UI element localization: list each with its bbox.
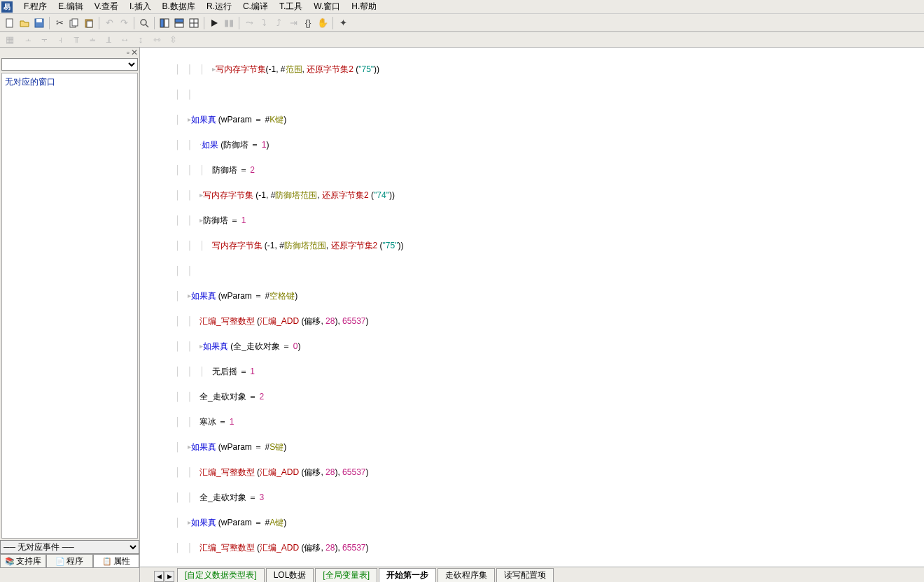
dist-v-icon[interactable]: ↕ (134, 33, 148, 47)
tab-scroll-left-icon[interactable]: ◀ (154, 571, 164, 582)
svg-rect-2 (36, 19, 42, 22)
toolbar-main: ✂ ↶ ↷ ▮▮ ⤳ ⤵ ⤴ ⇥ {} ✋ ✦ (0, 14, 924, 32)
same-h-icon[interactable]: ⇳ (166, 33, 180, 47)
close-panel-icon[interactable]: ✕ (131, 48, 138, 57)
menu-database[interactable]: B.数据库 (157, 0, 201, 14)
svg-rect-9 (160, 19, 164, 27)
find-icon[interactable] (137, 16, 151, 30)
align-top-icon[interactable]: ⫪ (69, 33, 83, 47)
svg-rect-11 (175, 19, 183, 22)
svg-rect-0 (6, 19, 13, 27)
no-match-label: 无对应的窗口 (5, 77, 55, 87)
run-icon[interactable] (207, 16, 221, 30)
tab-support[interactable]: 📚 支持库 (0, 554, 46, 568)
main-area: ▫ ✕ 无对应的窗口 ── 无对应事件 ── 📚 支持库 📄 程序 📋 属性 │… (0, 48, 924, 582)
layout3-icon[interactable] (187, 16, 201, 30)
window-tree[interactable]: 无对应的窗口 (1, 73, 138, 539)
btab-kite[interactable]: 走砍程序集 (438, 568, 495, 582)
step-into-icon[interactable]: ⤵ (257, 16, 271, 30)
menu-view[interactable]: V.查看 (89, 0, 124, 14)
copy-icon[interactable] (67, 16, 81, 30)
svg-point-7 (141, 20, 146, 25)
menubar: F.程序 E.编辑 V.查看 I.插入 B.数据库 R.运行 C.编译 T.工具… (0, 0, 924, 14)
btab-lol[interactable]: LOL数据 (266, 568, 314, 582)
menu-help[interactable]: H.帮助 (346, 0, 382, 14)
pin-icon[interactable]: ▫ (127, 48, 130, 57)
app-logo: 易 (1, 1, 13, 13)
paste-icon[interactable] (82, 16, 96, 30)
window-combo[interactable] (1, 58, 138, 71)
menu-program[interactable]: F.程序 (18, 0, 52, 14)
svg-line-8 (146, 24, 148, 27)
btab-config[interactable]: 读写配置项 (496, 568, 554, 582)
bottom-tabs: ◀ ▶ [自定义数据类型表] LOL数据 [全局变量表] 开始第一步 走砍程序集… (140, 567, 924, 582)
btab-globals[interactable]: [全局变量表] (315, 568, 377, 582)
menu-insert[interactable]: I.插入 (124, 0, 157, 14)
redo-icon[interactable]: ↷ (117, 16, 131, 30)
hand-icon[interactable]: ✋ (316, 16, 330, 30)
layout1-icon[interactable] (158, 16, 172, 30)
align-right-icon[interactable]: ⫞ (53, 33, 67, 47)
tab-program[interactable]: 📄 程序 (46, 554, 92, 568)
menu-run[interactable]: R.运行 (201, 0, 237, 14)
grid-icon[interactable]: ▦ (3, 33, 17, 47)
menu-tools[interactable]: T.工具 (274, 0, 308, 14)
undo-icon[interactable]: ↶ (102, 16, 116, 30)
layout2-icon[interactable] (172, 16, 186, 30)
sidebar: ▫ ✕ 无对应的窗口 ── 无对应事件 ── 📚 支持库 📄 程序 📋 属性 (0, 48, 140, 582)
event-combo[interactable]: ── 无对应事件 ── (0, 540, 139, 554)
sparkle-icon[interactable]: ✦ (336, 16, 350, 30)
svg-rect-10 (164, 19, 169, 27)
pause-icon[interactable]: ▮▮ (222, 16, 236, 30)
align-bot-icon[interactable]: ⫫ (102, 33, 115, 47)
code-editor[interactable]: │ │ │ ▸ 写内存字节集(-1, #范围, 还原字节集2 ("75")) │… (140, 48, 924, 567)
save-icon[interactable] (32, 16, 46, 30)
align-center-icon[interactable]: ⫟ (37, 33, 51, 47)
sidebar-header: ▫ ✕ (0, 48, 139, 57)
svg-rect-12 (175, 23, 183, 27)
menu-edit[interactable]: E.编辑 (52, 0, 88, 14)
run-to-icon[interactable]: ⇥ (286, 16, 300, 30)
menu-window[interactable]: W.窗口 (308, 0, 346, 14)
btab-step1[interactable]: 开始第一步 (379, 568, 436, 582)
cut-icon[interactable]: ✂ (52, 16, 66, 30)
step-out-icon[interactable]: ⤴ (272, 16, 286, 30)
open-icon[interactable] (18, 16, 31, 30)
menu-compile[interactable]: C.编译 (237, 0, 274, 14)
toolbar-align: ▦ ⫠ ⫟ ⫞ ⫪ ⫨ ⫫ ↔ ↕ ⇿ ⇳ (0, 32, 924, 48)
tab-properties[interactable]: 📋 属性 (93, 554, 139, 568)
align-mid-icon[interactable]: ⫨ (85, 33, 99, 47)
tab-scroll-right-icon[interactable]: ▶ (164, 571, 174, 582)
dist-h-icon[interactable]: ↔ (118, 33, 132, 47)
svg-rect-4 (72, 19, 78, 26)
same-w-icon[interactable]: ⇿ (150, 33, 164, 47)
align-left-icon[interactable]: ⫠ (21, 33, 35, 47)
new-icon[interactable] (3, 16, 17, 30)
step-over-icon[interactable]: ⤳ (242, 16, 256, 30)
svg-rect-6 (87, 21, 92, 27)
braces-icon[interactable]: {} (301, 16, 315, 30)
btab-types[interactable]: [自定义数据类型表] (177, 568, 265, 582)
